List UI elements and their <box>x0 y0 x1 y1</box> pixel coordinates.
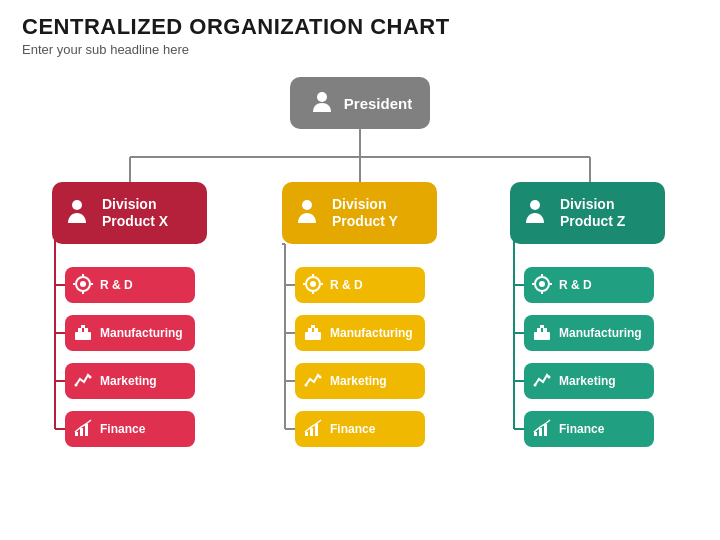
svg-rect-51 <box>311 325 315 328</box>
svg-rect-35 <box>84 328 88 332</box>
svg-point-23 <box>317 92 327 102</box>
division-y-node: Division Product Y <box>282 182 437 244</box>
svg-rect-55 <box>310 428 313 436</box>
y-finance: Finance <box>295 411 425 447</box>
president-icon <box>308 89 336 117</box>
y-marketing: Marketing <box>295 363 425 399</box>
chart-area: President Division Product X Division Pr… <box>0 67 720 527</box>
y-manufacturing: Manufacturing <box>295 315 425 351</box>
manufacturing-icon-y <box>303 322 323 345</box>
svg-rect-63 <box>534 332 550 340</box>
x-manufacturing: Manufacturing <box>65 315 195 351</box>
svg-rect-54 <box>305 432 308 436</box>
svg-point-53 <box>319 375 322 378</box>
svg-point-26 <box>530 200 540 210</box>
svg-point-68 <box>548 375 551 378</box>
svg-rect-71 <box>544 424 547 436</box>
svg-rect-70 <box>539 428 542 436</box>
svg-rect-64 <box>537 328 541 332</box>
finance-icon-x <box>73 418 93 441</box>
svg-point-67 <box>534 383 537 386</box>
svg-point-38 <box>89 375 92 378</box>
svg-rect-65 <box>543 328 547 332</box>
svg-point-37 <box>75 383 78 386</box>
svg-point-52 <box>305 383 308 386</box>
svg-point-28 <box>80 281 86 287</box>
division-y-label: Division Product Y <box>332 196 398 230</box>
svg-rect-39 <box>75 432 78 436</box>
z-finance: Finance <box>524 411 654 447</box>
svg-point-58 <box>539 281 545 287</box>
president-node: President <box>290 77 430 129</box>
division-z-icon <box>520 197 552 229</box>
svg-rect-66 <box>540 325 544 328</box>
svg-point-24 <box>72 200 82 210</box>
z-rd: R & D <box>524 267 654 303</box>
svg-point-25 <box>302 200 312 210</box>
z-manufacturing: Manufacturing <box>524 315 654 351</box>
svg-rect-33 <box>75 332 91 340</box>
president-label: President <box>344 95 412 112</box>
svg-rect-56 <box>315 424 318 436</box>
marketing-icon-z <box>532 370 552 393</box>
svg-rect-49 <box>308 328 312 332</box>
marketing-icon-x <box>73 370 93 393</box>
rd-icon-z <box>532 274 552 297</box>
svg-rect-41 <box>85 424 88 436</box>
division-x-label: Division Product X <box>102 196 168 230</box>
division-x-icon <box>62 197 94 229</box>
finance-icon-y <box>303 418 323 441</box>
x-finance: Finance <box>65 411 195 447</box>
manufacturing-icon-x <box>73 322 93 345</box>
page-title: CENTRALIZED ORGANIZATION CHART <box>0 0 720 42</box>
svg-point-43 <box>310 281 316 287</box>
svg-rect-48 <box>305 332 321 340</box>
rd-icon-y <box>303 274 323 297</box>
finance-icon-z <box>532 418 552 441</box>
y-rd: R & D <box>295 267 425 303</box>
x-rd: R & D <box>65 267 195 303</box>
svg-rect-36 <box>81 325 85 328</box>
division-y-icon <box>292 197 324 229</box>
manufacturing-icon-z <box>532 322 552 345</box>
svg-rect-50 <box>314 328 318 332</box>
svg-rect-69 <box>534 432 537 436</box>
division-z-label: Division Product Z <box>560 196 625 230</box>
division-x-node: Division Product X <box>52 182 207 244</box>
x-marketing: Marketing <box>65 363 195 399</box>
z-marketing: Marketing <box>524 363 654 399</box>
svg-rect-34 <box>78 328 82 332</box>
rd-icon-x <box>73 274 93 297</box>
svg-rect-40 <box>80 428 83 436</box>
division-z-node: Division Product Z <box>510 182 665 244</box>
page-subtitle: Enter your sub headline here <box>0 42 720 67</box>
marketing-icon-y <box>303 370 323 393</box>
